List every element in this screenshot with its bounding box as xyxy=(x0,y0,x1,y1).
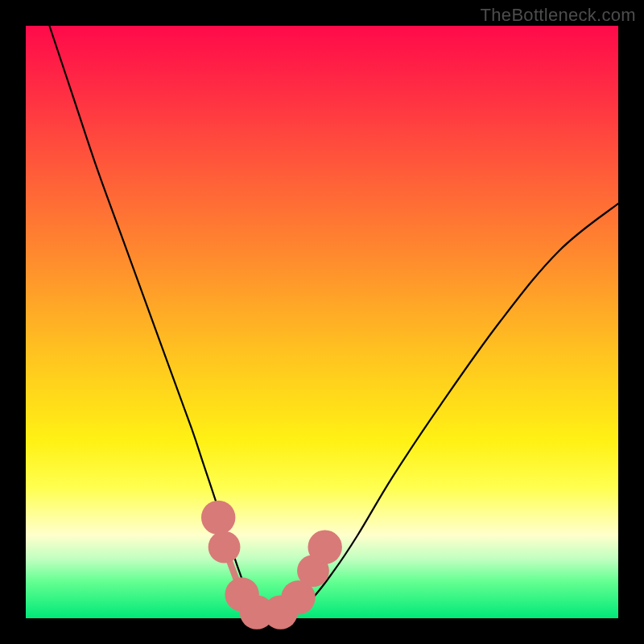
marker-left xyxy=(201,501,235,535)
marker-left-lower xyxy=(208,531,241,564)
plot-area xyxy=(26,26,618,618)
chart-svg xyxy=(26,26,618,618)
marker-right xyxy=(308,530,341,564)
chart-frame: TheBottleneck.com xyxy=(0,0,644,644)
markers-group xyxy=(201,501,342,630)
bottleneck-curve xyxy=(49,26,618,617)
attribution-text: TheBottleneck.com xyxy=(481,5,636,26)
